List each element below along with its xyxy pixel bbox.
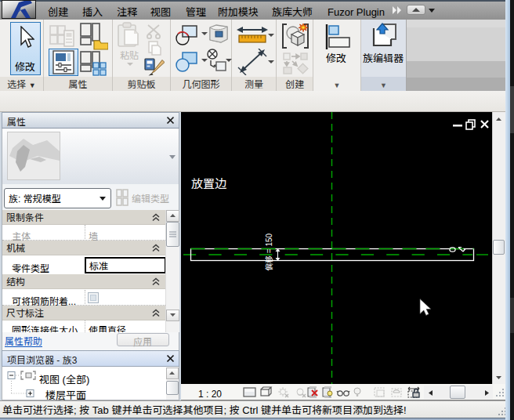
svg-text:放置边: 放置边: [191, 175, 227, 191]
svg-text:偏移 = 150: 偏移 = 150: [262, 233, 274, 271]
